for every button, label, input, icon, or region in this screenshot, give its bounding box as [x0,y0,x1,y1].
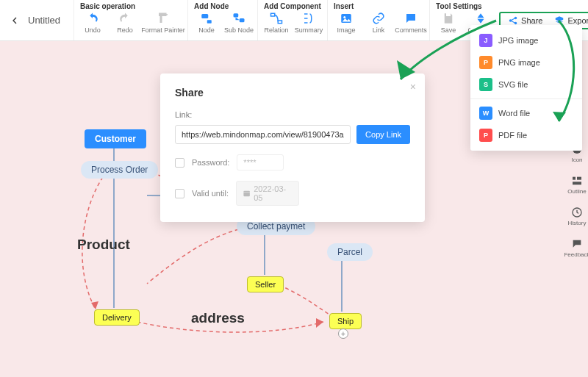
image-button[interactable]: Image [334,12,359,34]
svg-rect-20 [573,177,576,180]
collapse-icon [474,12,487,25]
toolbar-group-add-node: Add Node Node Sub Node [187,0,257,40]
svg-rect-3 [240,18,245,22]
format-painter-button[interactable]: Format Painter [145,12,182,34]
link-icon [372,12,385,25]
password-label: Password: [192,158,229,167]
node-customer[interactable]: Customer [85,129,146,148]
label-product[interactable]: Product [77,237,130,253]
export-pdf[interactable]: P PDF file [470,124,582,146]
relation-icon [270,12,283,25]
calendar-icon [243,189,251,198]
node-ship[interactable]: Ship [329,313,362,329]
rail-history[interactable]: History [568,207,587,226]
svg-rect-4 [271,13,275,16]
svg-marker-15 [91,301,98,309]
redo-icon [118,12,132,25]
link-label: Link: [175,110,410,119]
format-painter-icon [157,12,170,25]
sub-node-icon [232,12,245,25]
svg-rect-21 [577,177,581,180]
sub-node-button[interactable]: Sub Node [226,12,251,34]
group-label: Basic operation [80,2,182,10]
group-label: Tool Settings [436,2,493,10]
comments-button[interactable]: Comments [398,12,423,34]
export-jpg[interactable]: J JPG image [470,29,582,51]
node-process-order[interactable]: Process Order [81,161,158,179]
outline-icon [571,175,583,187]
label-address[interactable]: address [191,310,245,326]
dialog-title: Share [175,87,410,98]
toolbar-group-basic: Basic operation Undo Redo Format Painter [74,0,187,40]
svg-marker-17 [316,318,323,328]
svg-point-7 [343,16,345,18]
undo-icon [86,12,99,25]
history-icon [571,207,583,218]
save-button[interactable]: Save [436,12,461,34]
back-button[interactable] [9,0,28,40]
share-dialog: × Share Link: Copy Link Password: Valid … [160,73,425,222]
toolbar-group-insert: Insert Image Link Comments [327,0,429,40]
link-button[interactable]: Link [366,12,391,34]
valid-until-checkbox[interactable] [175,189,184,198]
undo-button[interactable]: Undo [80,12,105,34]
copy-link-button[interactable]: Copy Link [356,125,410,144]
node-seller[interactable]: Seller [247,276,284,292]
node-icon [200,12,213,25]
side-rail: Icon Outline History Feedback [566,143,588,258]
image-icon [340,12,353,25]
rail-feedback[interactable]: Feedback [564,238,588,258]
export-png[interactable]: P PNG image [470,51,582,73]
expander-ship[interactable]: + [338,328,348,339]
relation-button[interactable]: Relation [264,12,289,34]
toolbar-group-add-component: Add Component Relation Summary [257,0,327,40]
export-menu: J JPG image P PNG image S SVG file W Wor… [470,25,582,151]
export-label: Export [567,16,588,25]
summary-button[interactable]: Summary [296,12,321,34]
password-checkbox[interactable] [175,158,184,168]
redo-button[interactable]: Redo [112,12,137,34]
share-link-input[interactable] [175,125,351,144]
comments-icon [404,12,417,25]
document-title[interactable]: Untitled [28,0,74,40]
node-button[interactable]: Node [194,12,219,34]
svg-rect-2 [234,13,239,17]
export-word[interactable]: W Word file [470,102,582,124]
svg-rect-5 [278,21,282,24]
node-delivery[interactable]: Delivery [94,309,140,326]
svg-rect-22 [573,182,581,184]
feedback-icon [571,238,583,250]
group-label: Add Component [264,2,321,10]
group-label: Insert [334,2,423,10]
svg-rect-0 [201,14,208,18]
close-icon[interactable]: × [410,81,416,93]
valid-until-input[interactable]: 2022-03-05 [236,181,299,206]
svg-rect-18 [243,191,249,197]
share-label: Share [521,16,542,25]
password-input[interactable] [237,154,284,170]
node-parcel[interactable]: Parcel [327,243,373,261]
summary-icon [302,12,315,25]
svg-rect-1 [207,20,212,24]
group-label: Add Node [194,2,251,10]
valid-until-label: Valid until: [192,189,229,198]
rail-outline[interactable]: Outline [567,175,586,195]
save-icon [442,12,455,25]
export-svg[interactable]: S SVG file [470,73,582,96]
menu-separator [470,98,582,99]
